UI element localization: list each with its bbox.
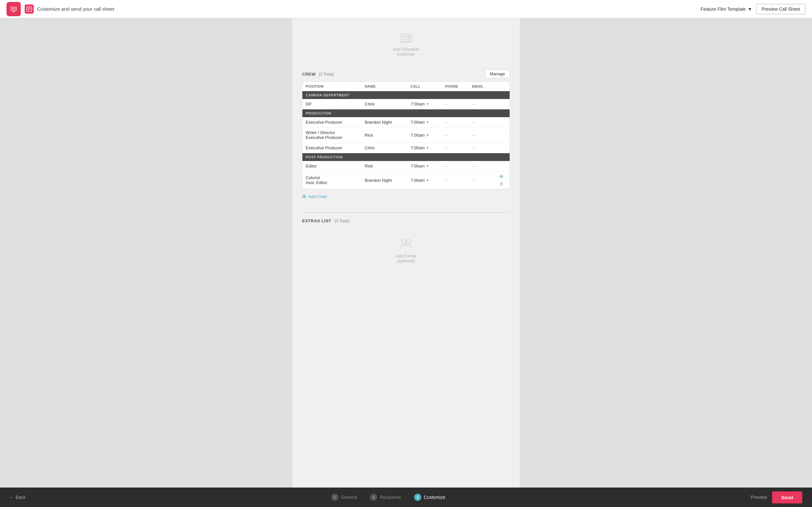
crew-position: Editor [302, 161, 362, 171]
add-crew-link[interactable]: ⊕ Add Crew [302, 194, 327, 199]
step-3-number: 3 [414, 494, 421, 501]
step-2-number: 2 [370, 494, 377, 501]
crew-phone: – [442, 117, 469, 127]
crew-row-actions [493, 117, 510, 127]
table-row: EditorRick7:00am ▼–– [302, 161, 510, 171]
footer-steps: 1 General 2 Recipients 3 Customize [26, 494, 751, 501]
svg-point-3 [15, 8, 15, 9]
crew-name: Chris [361, 143, 407, 153]
step-general: 1 General [331, 494, 357, 501]
call-dropdown[interactable]: 7:00am ▼ [411, 146, 439, 150]
crew-row-actions [493, 99, 510, 109]
chevron-down-icon: ▼ [426, 102, 429, 106]
add-extras-label[interactable]: Add Extras [396, 253, 416, 259]
step-1-label: General [341, 495, 357, 500]
crew-name: Chris [361, 99, 407, 109]
table-row: Executive ProducerChris7:00am ▼–– [302, 143, 510, 153]
col-header-email: EMAIL [469, 82, 493, 91]
add-crew-label: Add Crew [308, 194, 327, 199]
add-extras-section: Add Extras (optional) [302, 227, 510, 273]
delete-icon[interactable]: 🗑 [499, 181, 504, 186]
crew-call[interactable]: 7:00am ▼ [407, 171, 442, 189]
crew-row-actions [493, 127, 510, 143]
chevron-down-icon: ▼ [748, 6, 752, 12]
extras-title: EXTRAS LIST (0 Total) [302, 218, 350, 224]
page-icon [25, 5, 34, 14]
crew-row-actions [493, 161, 510, 171]
preview-call-sheet-button[interactable]: Preview Call Sheet [756, 4, 806, 14]
call-dropdown[interactable]: 7:00am ▼ [411, 102, 439, 107]
crew-phone: – [442, 127, 469, 143]
crew-table: POSITION NAME CALL PHONE EMAIL CAMERA DE… [302, 81, 510, 189]
crew-call[interactable]: 7:00am ▼ [407, 117, 442, 127]
step-1-number: 1 [331, 494, 339, 501]
crew-call[interactable]: 7:00am ▼ [407, 161, 442, 171]
crew-call[interactable]: 7:00am ▼ [407, 143, 442, 153]
extras-icon [399, 237, 413, 251]
crew-row-actions [493, 143, 510, 153]
chevron-down-icon: ▼ [426, 164, 429, 168]
extras-section: EXTRAS LIST (0 Total) Add Extras (option… [302, 212, 510, 273]
dept-row: POST PRODUCTION [302, 153, 510, 161]
schedule-icon [400, 31, 412, 44]
crew-position: DP [302, 99, 362, 109]
crew-phone: – [442, 99, 469, 109]
crew-title: CREW (3 Total) [302, 71, 334, 77]
call-dropdown[interactable]: 7:00am ▼ [411, 133, 439, 137]
back-button[interactable]: ← Back [10, 495, 26, 500]
chevron-down-icon: ▼ [426, 120, 429, 124]
manage-crew-button[interactable]: Manage [485, 69, 510, 78]
left-panel [0, 18, 292, 488]
svg-point-1 [12, 8, 13, 9]
col-header-phone: PHONE [442, 82, 469, 91]
crew-position: Executive Producer [302, 143, 362, 153]
crew-name: Rick [361, 161, 407, 171]
svg-point-2 [13, 8, 14, 9]
step-recipients: 2 Recipients [370, 494, 401, 501]
extras-section-header: EXTRAS LIST (0 Total) [302, 218, 510, 224]
template-label: Feature Film Template [701, 6, 746, 12]
crew-call[interactable]: 7:00am ▼ [407, 127, 442, 143]
template-selector[interactable]: Feature Film Template ▼ [701, 6, 752, 12]
crew-table-header-row: POSITION NAME CALL PHONE EMAIL [302, 82, 510, 91]
dept-row: CAMERA DEPARTMENT [302, 91, 510, 99]
crew-email: – [469, 117, 493, 127]
crew-position: ColoristAsst. Editor [302, 171, 362, 189]
col-header-name: NAME [361, 82, 407, 91]
crew-phone: – [442, 171, 469, 189]
table-row: ColoristAsst. EditorBrandon Night7:00am … [302, 171, 510, 189]
table-row: Executive ProducerBrandon Night7:00am ▼–… [302, 117, 510, 127]
center-panel: Add Schedule (optional) CREW (3 Total) M… [292, 18, 520, 488]
svg-point-6 [402, 239, 406, 244]
send-button[interactable]: Send [772, 492, 802, 503]
step-customize: 3 Customize [414, 494, 445, 501]
crew-section-header: CREW (3 Total) Manage [302, 69, 510, 78]
crew-position: Executive Producer [302, 117, 362, 127]
call-dropdown[interactable]: 7:00am ▼ [411, 178, 439, 183]
right-panel [520, 18, 812, 488]
main-wrapper: Add Schedule (optional) CREW (3 Total) M… [0, 18, 812, 488]
crew-email: – [469, 99, 493, 109]
svg-point-7 [406, 239, 411, 244]
crew-call[interactable]: 7:00am ▼ [407, 99, 442, 109]
col-header-actions [493, 82, 510, 91]
preview-footer-button[interactable]: Preview [751, 495, 767, 500]
chevron-down-icon: ▼ [426, 146, 429, 150]
chevron-down-icon: ▼ [426, 178, 429, 182]
extras-divider [302, 212, 510, 213]
add-schedule-label[interactable]: Add Schedule [393, 47, 419, 52]
crew-name: Rick [361, 127, 407, 143]
table-row: Writer / DirectorExecutive ProducerRick7… [302, 127, 510, 143]
dept-row: PRODUCTION [302, 109, 510, 117]
crew-row-actions: 👁 🗑 [493, 171, 510, 189]
crew-name: Brandon Night [361, 117, 407, 127]
visibility-icon[interactable]: 👁 [499, 174, 504, 180]
add-schedule-section: Add Schedule (optional) [302, 25, 510, 69]
crew-email: – [469, 161, 493, 171]
crew-email: – [469, 171, 493, 189]
row-actions: 👁 🗑 [497, 174, 506, 186]
table-row: DPChris7:00am ▼–– [302, 99, 510, 109]
call-dropdown[interactable]: 7:00am ▼ [411, 120, 439, 125]
footer: ← Back 1 General 2 Recipients 3 Customiz… [0, 488, 812, 507]
call-dropdown[interactable]: 7:00am ▼ [411, 164, 439, 168]
